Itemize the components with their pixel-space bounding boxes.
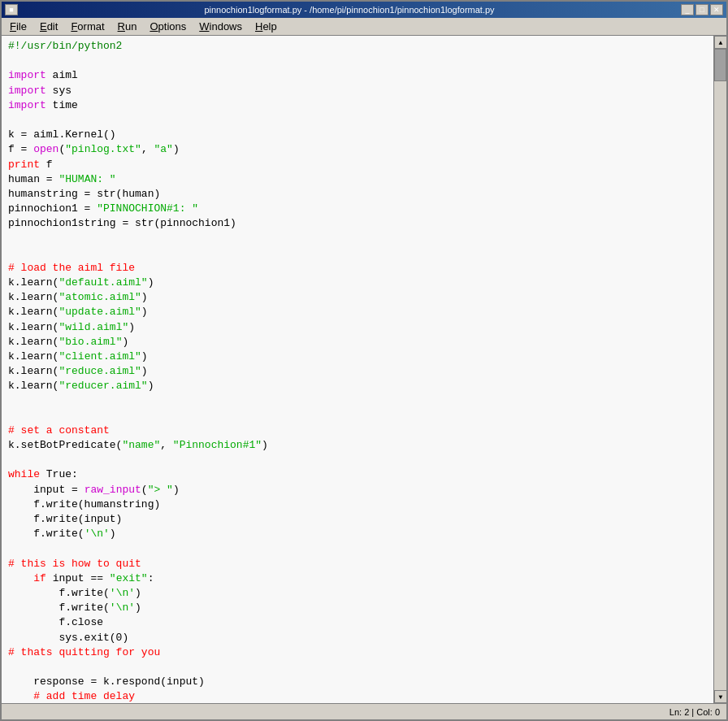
menu-run[interactable]: Run [111, 19, 144, 34]
menu-options[interactable]: Options [143, 19, 193, 34]
scroll-track[interactable] [714, 49, 726, 690]
system-button[interactable]: ■ [5, 4, 18, 15]
maximize-button[interactable]: □ [696, 4, 708, 15]
minimize-button[interactable]: _ [681, 4, 694, 15]
window-title: pinnochion1logformat.py - /home/pi/pinno… [18, 5, 681, 15]
menu-edit[interactable]: Edit [33, 19, 64, 34]
scroll-thumb[interactable] [714, 49, 726, 81]
menu-help[interactable]: Help [249, 19, 284, 34]
vertical-scrollbar[interactable]: ▲ ▼ [713, 36, 726, 703]
menu-bar: File Edit Format Run Options Windows Hel… [2, 18, 726, 36]
scroll-down-button[interactable]: ▼ [714, 690, 726, 703]
status-bar: Ln: 2 | Col: 0 [2, 703, 726, 719]
menu-windows[interactable]: Windows [193, 19, 249, 34]
cursor-position: Ln: 2 | Col: 0 [670, 707, 720, 717]
main-window: ■ pinnochion1logformat.py - /home/pi/pin… [0, 0, 728, 721]
code-editor[interactable]: #!/usr/bin/python2 import aiml import sy… [2, 36, 713, 703]
title-bar: ■ pinnochion1logformat.py - /home/pi/pin… [2, 2, 726, 18]
menu-file[interactable]: File [3, 19, 33, 34]
menu-format[interactable]: Format [64, 19, 110, 34]
window-controls: _ □ ✕ [681, 4, 723, 15]
scroll-up-button[interactable]: ▲ [714, 36, 726, 49]
close-button[interactable]: ✕ [710, 4, 723, 15]
editor-container: #!/usr/bin/python2 import aiml import sy… [2, 36, 726, 703]
